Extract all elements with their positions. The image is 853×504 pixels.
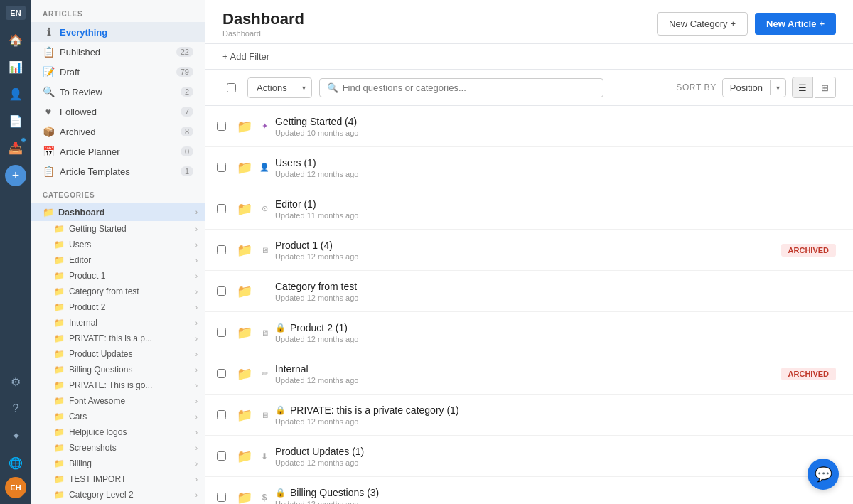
row-checkbox[interactable] xyxy=(205,163,237,172)
sidebar-item-private2[interactable]: 📁 PRIVATE: This is go... › xyxy=(31,377,205,393)
row-checkbox[interactable] xyxy=(205,410,237,419)
new-article-icon: + xyxy=(819,18,825,29)
lock-icon: 🔒 xyxy=(275,488,286,498)
table-toolbar: Actions ▾ 🔍 SORT BY Position ▾ ☰ ⊞ xyxy=(205,70,853,106)
table-row[interactable]: 📁 Category from test Updated 12 months a… xyxy=(205,271,853,312)
chat-bubble-button[interactable]: 💬 xyxy=(808,459,839,490)
sidebar-item-category-from-test[interactable]: 📁 Category from test › xyxy=(31,284,205,299)
sidebar-item-internal[interactable]: 📁 Internal › xyxy=(31,315,205,331)
row-checkbox[interactable] xyxy=(205,245,237,254)
sidebar-item-to-review[interactable]: 🔍 To Review 2 xyxy=(31,82,205,102)
table-row[interactable]: 📁 ✦ Getting Started (4) Updated 10 month… xyxy=(205,106,853,147)
folder-icon: 📁 xyxy=(54,427,65,437)
table-row[interactable]: 📁 ✏ Internal Updated 12 months ago ARCHI… xyxy=(205,353,853,395)
chevron-right-icon: › xyxy=(195,429,198,436)
sidebar-item-test-import[interactable]: 📁 TEST IMPORT › xyxy=(31,471,205,487)
sidebar-item-cars[interactable]: 📁 Cars › xyxy=(31,409,205,424)
sidebar-item-helpjuice-logos[interactable]: 📁 Helpjuice logos › xyxy=(31,424,205,440)
sidebar-item-billing[interactable]: 📁 Billing › xyxy=(31,456,205,471)
help-icon[interactable]: ? xyxy=(3,396,28,422)
row-title: Getting Started (4) xyxy=(275,116,836,127)
sidebar-item-article-templates[interactable]: 📋 Article Templates 1 xyxy=(31,161,205,181)
sort-by-section: SORT BY Position ▾ ☰ ⊞ xyxy=(676,77,836,98)
user-avatar[interactable]: EH xyxy=(5,477,26,498)
row-select-checkbox[interactable] xyxy=(217,410,226,419)
sidebar-item-editor[interactable]: 📁 Editor › xyxy=(31,252,205,268)
table-row[interactable]: 📁 🖥 🔒 Product 2 (1) Updated 12 months ag… xyxy=(205,312,853,353)
sidebar-item-screenshots[interactable]: 📁 Screenshots › xyxy=(31,440,205,456)
row-select-checkbox[interactable] xyxy=(217,493,226,502)
table-row[interactable]: 📁 $ 🔒 Billing Questions (3) Updated 12 m… xyxy=(205,477,853,504)
inbox-icon[interactable]: 📥 xyxy=(3,135,28,161)
table-row[interactable]: 📁 👤 Users (1) Updated 12 months ago xyxy=(205,147,853,188)
list-view-button[interactable]: ☰ xyxy=(792,77,813,98)
sidebar-item-draft[interactable]: 📝 Draft 79 xyxy=(31,62,205,82)
sidebar-item-dashboard[interactable]: 📁 Dashboard › xyxy=(31,203,205,221)
row-content: Product Updates (1) Updated 12 months ag… xyxy=(275,446,836,467)
grid-view-button[interactable]: ⊞ xyxy=(815,77,836,98)
sidebar-item-getting-started[interactable]: 📁 Getting Started › xyxy=(31,221,205,237)
actions-label: Actions xyxy=(248,78,296,97)
automation-icon[interactable]: ✦ xyxy=(3,423,28,449)
row-select-checkbox[interactable] xyxy=(217,245,226,254)
sidebar-item-article-planner[interactable]: 📅 Article Planner 0 xyxy=(31,141,205,161)
sidebar-item-users[interactable]: 📁 Users › xyxy=(31,237,205,252)
archived-badge: ARCHIVED xyxy=(781,368,836,380)
articles-icon[interactable]: 📄 xyxy=(3,108,28,134)
chevron-right-icon: › xyxy=(195,366,198,374)
analytics-icon[interactable]: 📊 xyxy=(3,54,28,80)
row-subtitle: Updated 11 months ago xyxy=(275,211,836,220)
actions-dropdown[interactable]: Actions ▾ xyxy=(247,77,312,98)
sidebar-item-followed[interactable]: ♥ Followed 7 xyxy=(31,102,205,122)
chevron-right-icon: › xyxy=(195,319,198,327)
sidebar-item-private[interactable]: 📁 PRIVATE: this is a p... › xyxy=(31,331,205,346)
breadcrumb: Dashboard xyxy=(222,29,304,38)
row-checkbox[interactable] xyxy=(205,369,237,378)
language-badge[interactable]: EN xyxy=(6,6,25,20)
getting-started-cat-label: Getting Started xyxy=(69,224,195,234)
add-button[interactable]: + xyxy=(5,165,26,186)
language-icon[interactable]: 🌐 xyxy=(3,450,28,476)
settings-icon[interactable]: ⚙ xyxy=(3,369,28,395)
row-select-checkbox[interactable] xyxy=(217,163,226,172)
sidebar-item-category-level-2[interactable]: 📁 Category Level 2 › xyxy=(31,487,205,503)
row-checkbox[interactable] xyxy=(205,328,237,337)
row-select-checkbox[interactable] xyxy=(217,286,226,296)
articles-section-title: ARTICLES xyxy=(31,0,205,22)
row-checkbox[interactable] xyxy=(205,204,237,213)
home-icon[interactable]: 🏠 xyxy=(3,27,28,53)
row-checkbox[interactable] xyxy=(205,451,237,461)
row-select-checkbox[interactable] xyxy=(217,122,226,131)
table-row[interactable]: 📁 🖥 🔒 PRIVATE: this is a private categor… xyxy=(205,395,853,436)
select-all-checkbox[interactable] xyxy=(227,83,236,92)
add-filter-button[interactable]: + Add Filter xyxy=(222,51,269,62)
templates-count: 1 xyxy=(181,166,193,176)
sidebar-item-product1[interactable]: 📁 Product 1 › xyxy=(31,268,205,284)
new-article-button[interactable]: New Article + xyxy=(755,13,836,35)
row-select-checkbox[interactable] xyxy=(217,451,226,461)
table-row[interactable]: 📁 🖥 Product 1 (4) Updated 12 months ago … xyxy=(205,230,853,271)
row-select-checkbox[interactable] xyxy=(217,369,226,378)
contacts-icon[interactable]: 👤 xyxy=(3,81,28,107)
sidebar-item-everything[interactable]: ℹ Everything xyxy=(31,22,205,42)
sort-dropdown[interactable]: Position ▾ xyxy=(722,78,786,97)
sidebar-item-product-updates[interactable]: 📁 Product Updates › xyxy=(31,346,205,362)
row-checkbox[interactable] xyxy=(205,286,237,296)
row-select-checkbox[interactable] xyxy=(217,328,226,337)
sidebar-item-product2[interactable]: 📁 Product 2 › xyxy=(31,299,205,315)
chat-icon: 💬 xyxy=(815,466,832,483)
row-select-checkbox[interactable] xyxy=(217,204,226,213)
new-category-button[interactable]: New Category + xyxy=(657,12,748,36)
chevron-right-icon: › xyxy=(195,288,198,296)
row-checkbox[interactable] xyxy=(205,493,237,502)
table-row[interactable]: 📁 ⊙ Editor (1) Updated 11 months ago xyxy=(205,188,853,230)
sidebar-item-archived[interactable]: 📦 Archived 8 xyxy=(31,122,205,141)
row-checkbox[interactable] xyxy=(205,122,237,131)
table-row[interactable]: 📁 ⬇ Product Updates (1) Updated 12 month… xyxy=(205,436,853,477)
search-input[interactable] xyxy=(343,82,596,93)
sidebar-item-published[interactable]: 📋 Published 22 xyxy=(31,42,205,62)
row-content: Getting Started (4) Updated 10 months ag… xyxy=(275,116,836,137)
row-sub-icon: 👤 xyxy=(258,163,271,172)
sidebar-item-billing-questions[interactable]: 📁 Billing Questions › xyxy=(31,362,205,377)
sidebar-item-font-awesome[interactable]: 📁 Font Awesome › xyxy=(31,393,205,409)
